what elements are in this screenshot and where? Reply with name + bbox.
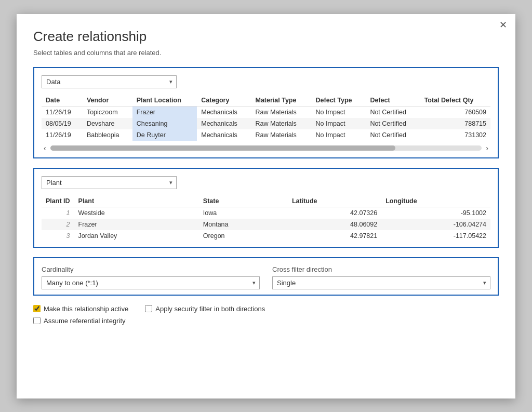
table2: Plant ID Plant State Latitude Longitude …: [42, 195, 490, 242]
assume-integrity-checkbox-item: Assume referential integrity: [33, 317, 126, 325]
scroll-left-arrow[interactable]: ‹: [42, 144, 48, 152]
cell-plant-location: Chesaning: [132, 118, 197, 129]
cardinality-cross-filter-row: Cardinality Many to one (*:1) One to one…: [42, 265, 490, 289]
table-row: 08/05/19 Devshare Chesaning Mechanicals …: [42, 118, 490, 129]
table1-scrollbar: ‹ ›: [42, 144, 490, 152]
col-defect: Defect: [366, 95, 420, 107]
cardinality-dropdown[interactable]: Many to one (*:1) One to one (1:1) One t…: [42, 276, 260, 289]
cell-material-type: Raw Materials: [251, 118, 311, 129]
dialog-title: Create relationship: [33, 29, 499, 45]
cell-longitude: -106.04274: [381, 219, 490, 230]
cell-latitude: 42.97821: [288, 230, 381, 242]
col-latitude: Latitude: [288, 195, 381, 207]
table1-header-row: Date Vendor Plant Location Category Mate…: [42, 95, 490, 107]
table1-dropdown[interactable]: Data: [42, 75, 177, 88]
cell-plant-location: De Ruyter: [132, 129, 197, 141]
table1-scroll-wrapper: Date Vendor Plant Location Category Mate…: [42, 95, 490, 141]
create-relationship-dialog: ✕ Create relationship Select tables and …: [17, 14, 515, 398]
cell-plant: Westside: [74, 207, 199, 219]
scroll-right-arrow[interactable]: ›: [484, 144, 490, 152]
table-row: 2 Frazer Montana 48.06092 -106.04274: [42, 219, 490, 230]
table1: Date Vendor Plant Location Category Mate…: [42, 95, 490, 141]
col-total-defect-qty: Total Defect Qty: [420, 95, 490, 107]
make-active-checkbox-item: Make this relationship active: [33, 305, 128, 313]
make-active-checkbox[interactable]: [33, 305, 41, 312]
cell-state: Iowa: [199, 207, 288, 219]
table-row: 3 Jordan Valley Oregon 42.97821 -117.054…: [42, 230, 490, 242]
cell-vendor: Babbleopia: [83, 129, 132, 141]
scroll-track[interactable]: [50, 145, 482, 151]
cell-plant: Frazer: [74, 219, 199, 230]
cell-state: Oregon: [199, 230, 288, 242]
cell-defect: Not Certified: [366, 118, 420, 129]
col-defect-type: Defect Type: [312, 95, 366, 107]
cardinality-col: Cardinality Many to one (*:1) One to one…: [42, 265, 260, 289]
col-date: Date: [42, 95, 83, 107]
table2-dropdown-wrapper: Plant: [42, 176, 490, 189]
col-state: State: [199, 195, 288, 207]
cell-category: Mechanicals: [197, 118, 251, 129]
cross-filter-col: Cross filter direction Single Both: [272, 265, 490, 289]
cell-state: Montana: [199, 219, 288, 230]
cell-date: 11/26/19: [42, 129, 83, 141]
cell-defect-type: No Impact: [312, 118, 366, 129]
col-longitude: Longitude: [381, 195, 490, 207]
table2-section: Plant Plant ID Plant State Latitude Long…: [33, 168, 499, 248]
assume-integrity-label: Assume referential integrity: [44, 317, 126, 325]
table1-dropdown-wrapper: Data: [42, 75, 490, 88]
cell-plant-id: 3: [42, 230, 74, 242]
col-plant: Plant: [74, 195, 199, 207]
cell-plant-id: 2: [42, 219, 74, 230]
table1-section: Data Date Vendor Plant Location Category…: [33, 67, 499, 158]
table2-dropdown-container[interactable]: Plant: [42, 176, 177, 189]
cell-defect: Not Certified: [366, 106, 420, 118]
cell-longitude: -117.05422: [381, 230, 490, 242]
table2-dropdown[interactable]: Plant: [42, 176, 177, 189]
cross-filter-dropdown-container[interactable]: Single Both: [272, 276, 490, 289]
cell-vendor: Topiczoom: [83, 106, 132, 118]
cell-latitude: 42.07326: [288, 207, 381, 219]
cell-latitude: 48.06092: [288, 219, 381, 230]
apply-security-checkbox[interactable]: [145, 305, 152, 312]
cell-longitude: -95.1002: [381, 207, 490, 219]
cell-total-defect-qty: 731302: [420, 129, 490, 141]
cell-vendor: Devshare: [83, 118, 132, 129]
cell-plant-location: Frazer: [132, 106, 197, 118]
col-plant-location: Plant Location: [132, 95, 197, 107]
cardinality-dropdown-container[interactable]: Many to one (*:1) One to one (1:1) One t…: [42, 276, 260, 289]
apply-security-label: Apply security filter in both directions: [155, 305, 265, 313]
table-row: 11/26/19 Topiczoom Frazer Mechanicals Ra…: [42, 106, 490, 118]
dialog-subtitle: Select tables and columns that are relat…: [33, 49, 499, 57]
cell-plant-id: 1: [42, 207, 74, 219]
cell-category: Mechanicals: [197, 129, 251, 141]
table-row: 11/26/19 Babbleopia De Ruyter Mechanical…: [42, 129, 490, 141]
close-button[interactable]: ✕: [499, 20, 507, 30]
scroll-thumb: [50, 145, 396, 151]
cross-filter-dropdown[interactable]: Single Both: [272, 276, 490, 289]
col-vendor: Vendor: [83, 95, 132, 107]
col-category: Category: [197, 95, 251, 107]
cell-material-type: Raw Materials: [251, 106, 311, 118]
table1-dropdown-container[interactable]: Data: [42, 75, 177, 88]
cell-material-type: Raw Materials: [251, 129, 311, 141]
cell-total-defect-qty: 788715: [420, 118, 490, 129]
cell-plant: Jordan Valley: [74, 230, 199, 242]
assume-integrity-checkbox[interactable]: [33, 317, 41, 324]
cell-total-defect-qty: 760509: [420, 106, 490, 118]
col-material-type: Material Type: [251, 95, 311, 107]
cell-defect-type: No Impact: [312, 106, 366, 118]
cell-category: Mechanicals: [197, 106, 251, 118]
cardinality-section: Cardinality Many to one (*:1) One to one…: [33, 257, 499, 296]
checkboxes-row-2: Assume referential integrity: [33, 317, 499, 325]
cross-filter-label: Cross filter direction: [272, 265, 490, 273]
cell-defect-type: No Impact: [312, 129, 366, 141]
cell-date: 11/26/19: [42, 106, 83, 118]
cell-defect: Not Certified: [366, 129, 420, 141]
table-row: 1 Westside Iowa 42.07326 -95.1002: [42, 207, 490, 219]
make-active-label: Make this relationship active: [44, 305, 128, 313]
apply-security-checkbox-item: Apply security filter in both directions: [145, 305, 265, 313]
table2-header-row: Plant ID Plant State Latitude Longitude: [42, 195, 490, 207]
checkboxes-row: Make this relationship active Apply secu…: [33, 305, 499, 313]
cardinality-label: Cardinality: [42, 265, 260, 273]
cell-date: 08/05/19: [42, 118, 83, 129]
